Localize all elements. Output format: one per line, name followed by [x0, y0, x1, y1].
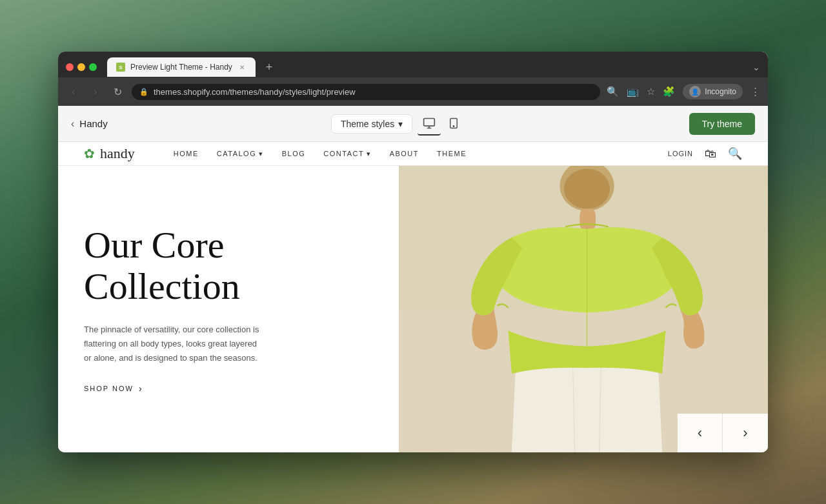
- cart-icon[interactable]: 🛍: [705, 147, 716, 161]
- tab-close-button[interactable]: ✕: [237, 63, 247, 72]
- svg-point-4: [453, 125, 454, 126]
- tab-favicon: S: [116, 63, 125, 72]
- browser-window: S Preview Light Theme - Handy ✕ + ⌄ ‹ › …: [58, 52, 768, 452]
- logo-icon: ✿: [84, 146, 95, 161]
- nav-about[interactable]: ABOUT: [390, 150, 419, 157]
- theme-styles-label: Theme styles: [341, 119, 394, 129]
- hero-description: The pinnacle of versatility, our core co…: [84, 323, 265, 365]
- tab-menu-button[interactable]: ⌄: [752, 62, 760, 72]
- hero-text-panel: Our Core Collection The pinnacle of vers…: [58, 166, 399, 452]
- lock-icon: 🔒: [139, 88, 148, 96]
- shop-now-arrow-icon: ›: [139, 383, 143, 394]
- maximize-window-button[interactable]: [89, 63, 97, 71]
- shop-now-button[interactable]: SHOP NOW ›: [84, 383, 373, 394]
- carousel-controls: ‹ ›: [678, 414, 768, 452]
- incognito-badge[interactable]: 👤 Incognito: [683, 84, 743, 99]
- device-toggle: [418, 112, 465, 136]
- nav-contact[interactable]: CONTACT ▾: [323, 150, 371, 158]
- traffic-lights: [66, 63, 97, 71]
- search-store-icon[interactable]: 🔍: [728, 146, 742, 161]
- url-bar[interactable]: 🔒 themes.shopify.com/themes/handy/styles…: [132, 84, 600, 100]
- theme-name-label: Handy: [79, 118, 107, 129]
- svg-point-8: [564, 168, 610, 208]
- try-theme-button[interactable]: Try theme: [689, 113, 756, 135]
- store-navbar: ✿ handy HOME CATALOG ▾ BLOG CONTACT ▾ AB…: [58, 142, 768, 166]
- hero-image: ‹ ›: [399, 166, 768, 452]
- minimize-window-button[interactable]: [77, 63, 85, 71]
- nav-home[interactable]: HOME: [174, 150, 199, 157]
- new-tab-button[interactable]: +: [261, 61, 278, 74]
- store-nav-links: HOME CATALOG ▾ BLOG CONTACT ▾ ABOUT THEM…: [174, 150, 467, 158]
- preview-bar: ‹ Handy Theme styles ▾ Try theme: [58, 106, 768, 142]
- browser-chrome: S Preview Light Theme - Handy ✕ + ⌄ ‹ › …: [58, 52, 768, 106]
- browser-actions: 🔍 📺 ☆ 🧩 👤 Incognito ⋮: [607, 84, 760, 99]
- search-icon[interactable]: 🔍: [607, 86, 619, 97]
- login-link[interactable]: LOGIN: [668, 150, 693, 157]
- try-theme-label: Try theme: [702, 119, 743, 129]
- store-logo[interactable]: ✿ handy: [84, 145, 135, 162]
- close-window-button[interactable]: [66, 63, 74, 71]
- reload-button[interactable]: ↻: [110, 84, 125, 99]
- theme-styles-button[interactable]: Theme styles ▾: [331, 114, 412, 134]
- tab-title: Preview Light Theme - Handy: [130, 63, 232, 72]
- forward-button[interactable]: ›: [88, 84, 103, 99]
- nav-blog[interactable]: BLOG: [282, 150, 306, 157]
- svg-rect-0: [424, 118, 435, 126]
- shop-now-label: SHOP NOW: [84, 385, 134, 392]
- svg-rect-9: [579, 209, 595, 230]
- back-to-themes-button[interactable]: ‹ Handy: [71, 118, 108, 130]
- preview-bar-center: Theme styles ▾: [108, 112, 689, 136]
- hero-heading: Our Core Collection: [84, 225, 373, 307]
- catalog-dropdown-icon: ▾: [259, 150, 264, 158]
- incognito-label: Incognito: [705, 87, 736, 96]
- nav-catalog[interactable]: CATALOG ▾: [217, 150, 264, 158]
- logo-text: handy: [100, 145, 135, 162]
- carousel-next-button[interactable]: ›: [723, 414, 768, 452]
- incognito-avatar: 👤: [689, 86, 701, 97]
- mobile-view-button[interactable]: [442, 112, 465, 136]
- store-nav-right: LOGIN 🛍 🔍: [668, 146, 742, 161]
- store-preview: ✿ handy HOME CATALOG ▾ BLOG CONTACT ▾ AB…: [58, 142, 768, 452]
- hero-section: Our Core Collection The pinnacle of vers…: [58, 166, 768, 452]
- chevron-down-icon: ▾: [398, 119, 403, 129]
- carousel-prev-button[interactable]: ‹: [678, 414, 723, 452]
- menu-icon[interactable]: ⋮: [750, 86, 760, 97]
- cast-icon[interactable]: 📺: [627, 86, 639, 97]
- url-text: themes.shopify.com/themes/handy/styles/l…: [154, 87, 356, 97]
- back-button[interactable]: ‹: [66, 84, 81, 99]
- chevron-left-icon: ‹: [71, 118, 74, 130]
- hero-image-container: ‹ ›: [399, 166, 768, 452]
- bookmark-icon[interactable]: ☆: [647, 86, 655, 97]
- contact-dropdown-icon: ▾: [367, 150, 372, 158]
- desktop-view-button[interactable]: [418, 112, 441, 136]
- active-tab[interactable]: S Preview Light Theme - Handy ✕: [107, 57, 256, 77]
- address-bar: ‹ › ↻ 🔒 themes.shopify.com/themes/handy/…: [58, 77, 768, 106]
- tab-bar: S Preview Light Theme - Handy ✕ + ⌄: [58, 52, 768, 77]
- extensions-icon[interactable]: 🧩: [663, 86, 675, 97]
- nav-theme[interactable]: THEME: [437, 150, 467, 157]
